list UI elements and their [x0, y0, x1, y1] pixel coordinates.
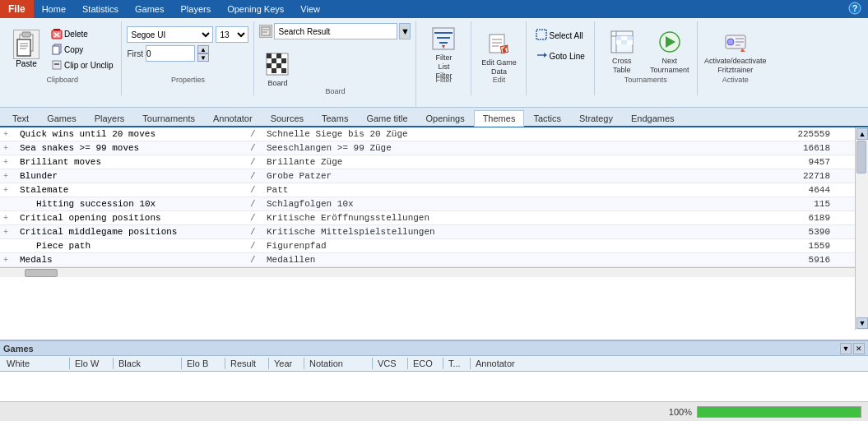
edit-game-data-button[interactable]: Edit GameData: [476, 25, 521, 82]
menu-games[interactable]: Games: [127, 0, 172, 18]
clip-icon: [51, 59, 63, 71]
theme-sep: /: [247, 211, 263, 225]
tab-players[interactable]: Players: [86, 110, 134, 126]
filter-list-filter-button[interactable]: FilterListFilter: [421, 23, 466, 82]
themes-row[interactable]: + Stalemate / Patt 4644: [0, 183, 855, 197]
theme-sep: /: [247, 183, 263, 197]
themes-row[interactable]: Hitting succession 10x / Schlagfolgen 10…: [0, 197, 855, 211]
themes-row[interactable]: + Sea snakes >= 99 moves / Seeschlangen …: [0, 141, 855, 155]
clipboard-group-label: Clipboard: [3, 76, 121, 84]
themes-row[interactable]: + Critical middlegame positions / Kritis…: [0, 225, 855, 239]
theme-german: Brillante Züge: [263, 155, 703, 169]
menu-statistics[interactable]: Statistics: [74, 0, 127, 18]
tab-tournaments[interactable]: Tournaments: [133, 110, 204, 126]
svg-rect-13: [53, 46, 59, 54]
col-separator: [181, 358, 182, 369]
menu-opening-keys[interactable]: Opening Keys: [219, 0, 292, 18]
first-up-btn[interactable]: ▲: [197, 45, 209, 53]
paste-label: Paste: [16, 59, 37, 68]
copy-button[interactable]: Copy: [48, 42, 116, 57]
search-result-input[interactable]: [274, 23, 397, 39]
col-separator: [304, 358, 304, 369]
progress-bar: [697, 406, 861, 418]
expand-cell: +: [0, 183, 16, 197]
themes-row[interactable]: Piece path / Figurenpfad 1559: [0, 239, 855, 253]
games-dropdown-btn[interactable]: ▼: [840, 343, 852, 354]
activate-deactivate-button[interactable]: Activate/deactivateFritztrainer: [703, 23, 768, 81]
themes-row[interactable]: + Critical opening positions / Kritische…: [0, 211, 855, 225]
games-col-header: T...: [445, 358, 470, 369]
themes-scroll-area[interactable]: + Quick wins until 20 moves / Schnelle S…: [0, 127, 868, 340]
paste-button[interactable]: Paste: [8, 23, 44, 74]
tab-endgames[interactable]: Endgames: [622, 110, 684, 126]
font-select[interactable]: Segoe UI: [127, 26, 213, 43]
hscroll-thumb[interactable]: [25, 269, 58, 277]
theme-sep: /: [247, 127, 263, 141]
size-select[interactable]: 13: [216, 26, 248, 43]
delete-button[interactable]: Delete: [48, 26, 116, 41]
tab-games[interactable]: Games: [38, 110, 85, 126]
search-result-dropdown[interactable]: ▼: [399, 23, 411, 39]
svg-rect-16: [262, 27, 270, 35]
filter-group: FilterListFilter Filter: [416, 21, 471, 95]
clip-or-unclip-button[interactable]: Clip or Unclip: [48, 58, 116, 72]
tab-strategy[interactable]: Strategy: [570, 110, 622, 126]
theme-name: Critical middlegame positions: [16, 225, 247, 239]
scroll-down-btn[interactable]: ▼: [856, 317, 868, 329]
col-separator: [407, 358, 408, 369]
themes-row[interactable]: + Quick wins until 20 moves / Schnelle S…: [0, 127, 855, 141]
games-col-header: Elo W: [72, 358, 113, 369]
next-tournament-label: NextTournament: [650, 57, 689, 75]
horizontal-scrollbar[interactable]: [0, 267, 855, 277]
svg-rect-4: [17, 39, 30, 56]
clipboard-group: Paste Delete Copy: [3, 21, 122, 95]
next-tournament-button[interactable]: NextTournament: [648, 23, 692, 81]
clipboard-small-buttons: Delete Copy Clip or Unclip: [48, 23, 116, 72]
scroll-thumb[interactable]: [856, 141, 866, 173]
svg-rect-14: [53, 61, 61, 69]
vertical-scrollbar[interactable]: ▲ ▼: [855, 127, 868, 330]
goto-line-button[interactable]: Goto Line: [531, 47, 588, 65]
tab-tactics[interactable]: Tactics: [524, 110, 570, 126]
filter-icon: [430, 25, 457, 52]
themes-row[interactable]: + Medals / Medaillen 5916: [0, 253, 855, 267]
first-input[interactable]: [146, 45, 195, 62]
filter-content: FilterListFilter: [421, 23, 466, 82]
svg-rect-26: [272, 68, 276, 73]
tab-game-title[interactable]: Game title: [357, 110, 416, 126]
tab-themes[interactable]: Themes: [474, 110, 525, 127]
themes-row[interactable]: + Blunder / Grobe Patzer 22718: [0, 169, 855, 183]
theme-german: Kritische Eröffnungsstellungen: [263, 211, 703, 225]
tab-openings[interactable]: Openings: [417, 110, 474, 126]
search-result-icon: [259, 25, 272, 38]
help-icon[interactable]: ?: [842, 0, 868, 18]
menu-home[interactable]: Home: [34, 0, 74, 18]
tab-sources[interactable]: Sources: [262, 110, 313, 126]
tab-annotator[interactable]: Annotator: [204, 110, 262, 126]
board-button[interactable]: Board: [259, 44, 295, 94]
theme-german: Grobe Patzer: [263, 169, 703, 183]
menu-view[interactable]: View: [292, 0, 328, 18]
svg-rect-27: [281, 68, 286, 73]
menu-players[interactable]: Players: [173, 0, 220, 18]
svg-rect-20: [267, 53, 272, 58]
svg-marker-42: [544, 53, 547, 58]
tab-teams[interactable]: Teams: [313, 110, 357, 126]
svg-rect-25: [276, 63, 281, 68]
first-down-btn[interactable]: ▼: [197, 53, 209, 62]
themes-content: + Quick wins until 20 moves / Schnelle S…: [0, 127, 868, 340]
menu-file[interactable]: File: [0, 0, 34, 18]
themes-row[interactable]: + Brilliant moves / Brillante Züge 9457: [0, 155, 855, 169]
cross-table-button[interactable]: CrossTable: [600, 23, 644, 81]
select-all-button[interactable]: Select All: [531, 26, 588, 44]
tab-text[interactable]: Text: [3, 110, 38, 126]
svg-rect-3: [22, 32, 30, 37]
theme-sep: /: [247, 141, 263, 155]
expand-cell: +: [0, 155, 16, 169]
activate-icon: [722, 29, 749, 55]
theme-name: Quick wins until 20 moves: [16, 127, 247, 141]
games-close-btn[interactable]: ✕: [853, 343, 865, 354]
theme-german: Seeschlangen >= 99 Züge: [263, 141, 703, 155]
scroll-up-btn[interactable]: ▲: [856, 128, 868, 140]
progress-bar-fill: [698, 407, 861, 417]
